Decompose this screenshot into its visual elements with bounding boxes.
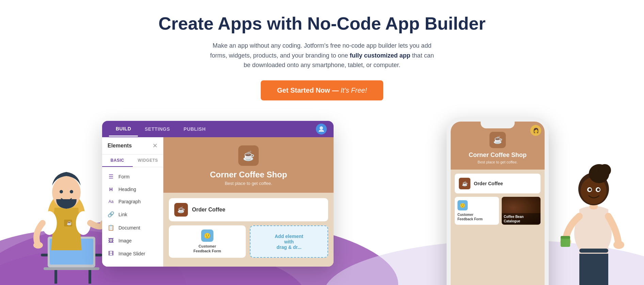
sidebar-item-heading[interactable]: H Heading [102, 183, 163, 195]
form-icon: ☰ [108, 173, 114, 180]
document-icon: 📋 [108, 224, 114, 231]
page-wrapper: Create Apps with No-Code App Builder Mak… [0, 0, 644, 285]
heading-icon: H [108, 187, 114, 192]
phone-catalogue-label: Coffee Bean Catalogue [504, 215, 538, 223]
app-tagline: Best place to get coffee. [170, 181, 327, 186]
sidebar-title: Elements [108, 143, 132, 149]
sidebar-item-form-label: Form [118, 174, 130, 179]
sidebar-item-paragraph-label: Paragraph [118, 199, 141, 204]
sidebar-item-document-label: Document [118, 225, 140, 231]
sidebar-item-paragraph[interactable]: Aa Paragraph [102, 195, 163, 208]
builder-tabs-bar: BUILD SETTINGS PUBLISH [102, 121, 334, 137]
phone-inner: 👩 ☕ Corner Coffee Shop Best place to get… [451, 122, 545, 285]
cta-label: Get Started Now — [277, 86, 341, 94]
tab-settings[interactable]: SETTINGS [138, 122, 177, 136]
sidebar-item-image-slider-label: Image Slider [118, 251, 145, 256]
phone-bottom-row: 🙂 CustomerFeedback Form Coffee Bean Cata… [455, 197, 541, 225]
add-element-card[interactable]: Add elementwithdrag & dr... [250, 225, 328, 258]
app-content-area: ☕ Order Coffee 🙂 CustomerFeedback Form [163, 193, 334, 267]
hero-subtitle: Make an app without any coding. Jotform'… [206, 41, 438, 70]
feedback-card[interactable]: 🙂 CustomerFeedback Form [169, 225, 246, 258]
cta-italic: It's Free! [341, 86, 367, 94]
svg-point-36 [589, 188, 591, 191]
sidebar-item-link-label: Link [118, 212, 127, 217]
right-person-illustration [549, 148, 644, 285]
bottom-cards-row: 🙂 CustomerFeedback Form Add elementwithd… [169, 225, 328, 258]
svg-rect-27 [561, 236, 570, 239]
phone-outer-shell: 👩 ☕ Corner Coffee Shop Best place to get… [447, 117, 549, 285]
add-element-text: Add elementwithdrag & dr... [255, 234, 323, 250]
tab-build[interactable]: BUILD [109, 122, 138, 137]
phone-app-header: 👩 ☕ Corner Coffee Shop Best place to get… [451, 122, 545, 170]
sidebar-item-document[interactable]: 📋 Document [102, 221, 163, 234]
app-logo-icon: ☕ [238, 145, 259, 166]
tab-publish[interactable]: PUBLISH [177, 122, 212, 136]
link-icon: 🔗 [108, 211, 114, 218]
svg-point-20 [60, 190, 63, 193]
content-area: ☕ [0, 121, 644, 285]
left-person-svg: ☕ [14, 155, 109, 285]
phone-app-name: Corner Coffee Shop [456, 152, 539, 159]
svg-point-21 [70, 190, 73, 193]
image-icon: 🖼 [108, 238, 114, 244]
svg-point-17 [33, 242, 43, 249]
phone-feedback-card[interactable]: 🙂 CustomerFeedback Form [455, 197, 499, 225]
builder-mockup: BUILD SETTINGS PUBLISH Elements ✕ [102, 121, 334, 267]
builder-body: Elements ✕ BASIC WIDGETS ☰ Form [102, 137, 334, 267]
svg-point-28 [613, 241, 624, 249]
order-coffee-icon: ☕ [174, 203, 188, 217]
elements-sidebar: Elements ✕ BASIC WIDGETS ☰ Form [102, 137, 163, 267]
subtitle-bold: fully customized app [350, 52, 410, 59]
app-name: Corner Coffee Shop [170, 170, 327, 179]
sidebar-close-button[interactable]: ✕ [152, 142, 158, 149]
sidebar-item-image-label: Image [118, 238, 132, 243]
phone-order-coffee-label: Order Coffee [474, 181, 503, 186]
svg-point-37 [597, 188, 600, 191]
right-person-svg [549, 148, 644, 285]
hero-title: Create Apps with No-Code App Builder [7, 14, 637, 34]
svg-rect-11 [44, 267, 99, 270]
sidebar-item-image[interactable]: 🖼 Image [102, 234, 163, 247]
sidebar-item-form[interactable]: ☰ Form [102, 170, 163, 183]
sidebar-item-image-slider[interactable]: 🎞 Image Slider [102, 247, 163, 260]
svg-rect-24 [579, 249, 608, 253]
phone-order-coffee-card[interactable]: ☕ Order Coffee [455, 174, 541, 193]
svg-point-33 [599, 164, 611, 176]
order-coffee-label: Order Coffee [192, 207, 225, 213]
phone-mockup: 👩 ☕ Corner Coffee Shop Best place to get… [447, 117, 549, 285]
phone-order-coffee-icon: ☕ [459, 178, 470, 189]
sidebar-tab-basic[interactable]: BASIC [102, 155, 133, 167]
sidebar-tabs: BASIC WIDGETS [102, 155, 163, 167]
app-header: ☕ Corner Coffee Shop Best place to get c… [163, 137, 334, 193]
svg-text:☕: ☕ [67, 220, 72, 225]
phone-notch [481, 122, 515, 128]
sidebar-items-list: ☰ Form H Heading Aa Paragraph [102, 167, 163, 263]
phone-content-area: ☕ Order Coffee 🙂 CustomerFeedback Form [451, 170, 545, 285]
app-preview-area: ☕ Corner Coffee Shop Best place to get c… [163, 137, 334, 267]
phone-app-tagline: Best place to get coffee. [456, 160, 539, 164]
svg-point-22 [320, 126, 323, 130]
get-started-button[interactable]: Get Started Now — It's Free! [261, 80, 383, 100]
left-person-illustration: ☕ [14, 155, 109, 285]
feedback-icon: 🙂 [201, 229, 213, 242]
paragraph-icon: Aa [108, 199, 114, 204]
sidebar-item-heading-label: Heading [118, 187, 136, 192]
phone-app-logo: ☕ [489, 132, 506, 148]
image-slider-icon: 🎞 [108, 251, 114, 257]
feedback-label: CustomerFeedback Form [173, 244, 242, 254]
phone-feedback-label: CustomerFeedback Form [457, 212, 496, 221]
sidebar-item-link[interactable]: 🔗 Link [102, 208, 163, 221]
phone-feedback-icon: 🙂 [457, 200, 468, 210]
order-coffee-card[interactable]: ☕ Order Coffee [169, 198, 328, 221]
sidebar-tab-widgets[interactable]: WIDGETS [133, 155, 163, 167]
hero-section: Create Apps with No-Code App Builder Mak… [0, 0, 644, 121]
sidebar-header: Elements ✕ [102, 137, 163, 155]
phone-user-avatar: 👩 [530, 125, 541, 136]
phone-catalogue-card[interactable]: Coffee Bean Catalogue [502, 197, 541, 225]
builder-window: BUILD SETTINGS PUBLISH Elements ✕ [102, 121, 334, 267]
user-avatar [316, 124, 327, 134]
